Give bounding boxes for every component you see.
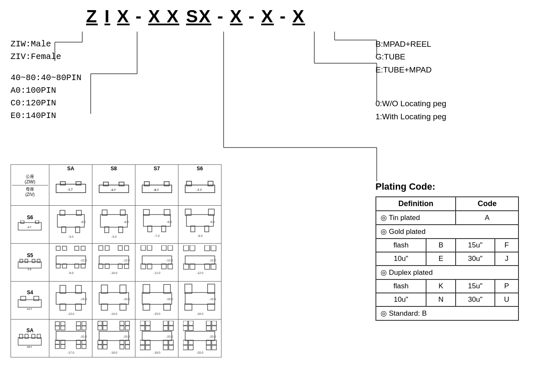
svg-rect-133 <box>164 285 170 293</box>
svg-text:-1.7: -1.7 <box>68 188 73 191</box>
svg-rect-85 <box>99 264 103 268</box>
col-s7-label: S7 <box>136 166 177 172</box>
corner-label-bottom: 母座 <box>12 186 48 192</box>
corner-label-ziv: (ZIW) <box>12 180 48 184</box>
duplex-10u-label: 10u" <box>376 293 426 306</box>
svg-text:-15.7: -15.7 <box>26 346 32 348</box>
connector-s4-s6: -16.0 -16.0 <box>183 283 217 317</box>
s7-connector-icon: -6.7 <box>140 172 174 203</box>
cell-s6-sa: -3.0 -8.0 <box>49 206 92 244</box>
connector-s5-s7: -11.0 -12.0 <box>140 245 174 279</box>
svg-rect-60 <box>205 226 209 232</box>
cell-s4-s8: -14.0 -16.0 <box>92 282 135 320</box>
svg-rect-134 <box>143 304 150 310</box>
svg-text:-20.0: -20.0 <box>80 335 87 338</box>
svg-rect-81 <box>99 246 103 250</box>
sa-connector-icon: -1.7 <box>54 172 88 203</box>
code-header: Code <box>456 197 518 211</box>
svg-rect-218 <box>189 340 193 345</box>
definition-header: Definition <box>376 197 456 211</box>
svg-text:-3.7: -3.7 <box>111 188 116 191</box>
svg-text:-16.0: -16.0 <box>166 298 173 301</box>
row-sa-text: SA <box>12 328 48 333</box>
svg-rect-215 <box>206 326 211 330</box>
svg-rect-59 <box>191 226 195 232</box>
cell-sa-s7: -18.0 -20.0 <box>135 320 178 357</box>
svg-rect-220 <box>212 340 216 345</box>
svg-rect-191 <box>146 321 150 325</box>
cell-s5-s7: -11.0 -12.0 <box>135 244 178 282</box>
svg-text:-6.7: -6.7 <box>154 188 159 191</box>
svg-rect-165 <box>61 344 65 349</box>
gold-data-row2: 10u" E 30u" J <box>376 252 518 266</box>
svg-rect-88 <box>124 264 129 268</box>
svg-rect-118 <box>60 285 66 293</box>
code-x3: X <box>259 6 275 27</box>
svg-rect-201 <box>169 340 173 345</box>
svg-text:-18.0: -18.0 <box>154 351 160 354</box>
code-dash1: - <box>135 6 143 27</box>
row-s6: S6 -2.7 -3.0 <box>11 206 221 244</box>
svg-rect-192 <box>163 321 168 325</box>
svg-rect-202 <box>140 345 145 350</box>
svg-rect-198 <box>140 340 145 345</box>
col-sa-label: SA <box>50 166 91 172</box>
svg-rect-96 <box>141 264 146 269</box>
svg-rect-142 <box>208 304 215 310</box>
svg-rect-164 <box>55 344 59 349</box>
code-dash4: - <box>279 6 287 27</box>
col-header-s6: S6 -7.7 <box>178 165 221 206</box>
svg-rect-92 <box>141 245 146 250</box>
connector-s5-sa: -9.0 -12.0 <box>54 245 88 279</box>
svg-rect-153 <box>61 322 65 326</box>
svg-rect-177 <box>120 326 124 330</box>
cell-s6-s8: -3.0 -8.0 <box>92 206 135 244</box>
col-header-sa: SA -1.7 <box>49 165 92 206</box>
svg-text:-14.0: -14.0 <box>111 312 117 315</box>
e-tube-label: E:TUBE+MPAD <box>375 64 519 76</box>
gold-definition: ◎ Gold plated <box>376 225 518 239</box>
svg-text:-3.0: -3.0 <box>68 235 73 238</box>
connector-sa-s6: -20.0 -20.0 <box>183 321 217 355</box>
svg-rect-154 <box>76 322 81 326</box>
svg-rect-173 <box>120 321 124 325</box>
cell-s6-s6: -8.0 -8.0 <box>178 206 221 244</box>
svg-rect-195 <box>146 326 150 330</box>
cell-s6-s7: -7.0 -8.0 <box>135 206 178 244</box>
code-xx: X X <box>146 6 181 27</box>
svg-rect-157 <box>61 326 65 330</box>
svg-rect-38 <box>62 227 66 233</box>
svg-rect-216 <box>212 326 216 330</box>
svg-text:-3.0: -3.0 <box>111 235 116 238</box>
matrix-table: 公座 (ZIW) 母座 (ZIV) SA -1.7 <box>11 164 221 357</box>
svg-rect-84 <box>124 246 129 250</box>
svg-text:-16.0: -16.0 <box>209 298 216 301</box>
code-z: Z <box>84 6 100 27</box>
matrix-section: 公座 (ZIW) 母座 (ZIV) SA -1.7 <box>11 164 230 357</box>
gold-15u-label: 15u" <box>456 239 494 252</box>
svg-text:-8.0: -8.0 <box>209 220 214 223</box>
svg-rect-87 <box>118 264 122 268</box>
connector-sa-s7: -18.0 -20.0 <box>140 321 174 355</box>
svg-rect-199 <box>146 340 150 345</box>
cell-s5-sa: -9.0 -12.0 <box>49 244 92 282</box>
s6-connector-icon: -7.7 <box>183 172 217 203</box>
right-labels: B:MPAD+REEL G:TUBE E:TUBE+MPAD 0:W/O Loc… <box>375 38 519 136</box>
cell-s4-s6: -16.0 -16.0 <box>178 282 221 320</box>
g-tube-label: G:TUBE <box>375 51 519 63</box>
svg-rect-197 <box>169 326 173 330</box>
gold-plated-row: ◎ Gold plated <box>376 225 518 239</box>
svg-rect-32 <box>21 220 24 223</box>
gold-flash-label: flash <box>376 239 426 252</box>
svg-text:-15.0: -15.0 <box>154 312 160 315</box>
tin-plated-row: ◎ Tin plated A <box>376 211 518 225</box>
svg-rect-196 <box>163 326 168 330</box>
svg-rect-66 <box>32 259 35 263</box>
code-x1: X <box>115 6 131 27</box>
corner-cell: 公座 (ZIW) 母座 (ZIV) <box>11 165 49 206</box>
svg-rect-119 <box>76 285 81 293</box>
svg-text:-9.0: -9.0 <box>68 271 73 274</box>
svg-text:-8.0: -8.0 <box>124 220 129 223</box>
svg-rect-167 <box>82 344 86 349</box>
svg-rect-210 <box>189 321 193 325</box>
